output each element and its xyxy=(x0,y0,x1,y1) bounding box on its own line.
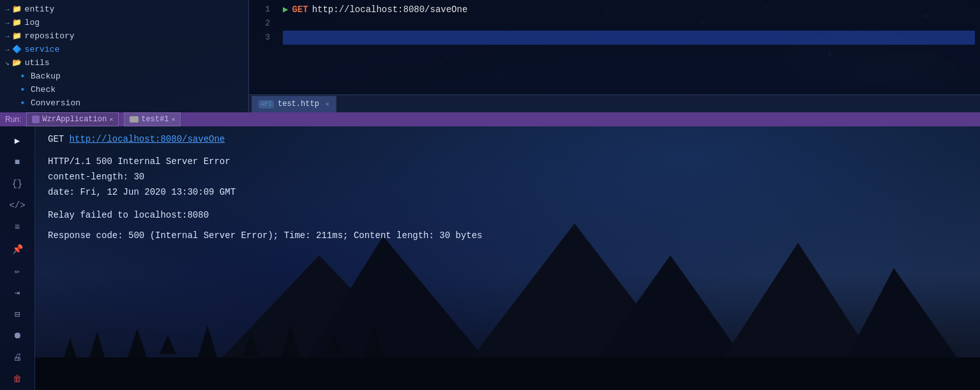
line-num-2: 2 xyxy=(249,17,270,31)
run-tab-wzr-application[interactable]: WzrApplication ✕ xyxy=(26,112,119,126)
editor-area: → 📁 entity → 📁 log → 📁 repository → 🔷 se… xyxy=(0,0,980,112)
line-num-1: 1 xyxy=(249,3,270,17)
toolbar-equals-button[interactable]: ⊟ xyxy=(7,305,27,323)
box-icon-backup: 🔹 xyxy=(18,71,27,81)
toolbar-record-button[interactable]: ⏺ xyxy=(7,327,27,345)
tree-label-conversion: Conversion xyxy=(31,98,80,108)
sidebar-tree: → 📁 entity → 📁 log → 📁 repository → 🔷 se… xyxy=(0,0,249,112)
arrow-repository: → xyxy=(5,33,10,40)
response-url-link[interactable]: http://localhost:8080/saveOne xyxy=(70,134,225,144)
response-headers: HTTP/1.1 500 Internal Server Error conte… xyxy=(48,154,967,200)
tree-item-repository[interactable]: → 📁 repository xyxy=(0,29,248,43)
tab-label-test-http: test.http xyxy=(278,100,319,109)
tree-item-check[interactable]: 🔹 Check xyxy=(0,83,248,96)
folder-icon-repository: 📁 xyxy=(12,31,22,41)
toolbar-code-button[interactable]: </> xyxy=(7,197,27,214)
toolbar-edit-button[interactable]: ✏ xyxy=(7,262,27,280)
tree-item-backup[interactable]: 🔹 Backup xyxy=(0,70,248,83)
editor-content: 1 2 3 ▶ GET http://localhost:8080/saveOn… xyxy=(249,0,980,94)
code-line-2 xyxy=(283,17,975,31)
toolbar-format-button[interactable]: {} xyxy=(7,175,27,193)
toolbar-print-button[interactable]: 🖨 xyxy=(7,349,27,366)
http-method-text: GET xyxy=(292,3,308,17)
run-panel-header: Run: WzrApplication ✕ test#1 ✕ xyxy=(0,112,980,126)
arrow-service: → xyxy=(5,46,10,54)
service-icon: 🔷 xyxy=(12,45,22,54)
box-icon-conversion: 🔹 xyxy=(18,98,27,108)
tree-label-check: Check xyxy=(31,85,56,94)
run-tab-label-test1: test#1 xyxy=(141,115,169,124)
tree-label-utils: utils xyxy=(25,58,50,68)
tree-label-service: service xyxy=(25,45,60,54)
folder-icon-entity: 📁 xyxy=(12,4,22,14)
tree-item-service[interactable]: → 🔷 service xyxy=(0,43,248,56)
tree-item-utils[interactable]: ↘ 📂 utils xyxy=(0,56,248,70)
toolbar-run-button[interactable]: ▶ xyxy=(7,131,27,149)
left-toolbar: ▶ ■ {} </> ≡ 📌 ✏ ⇥ ⊟ ⏺ 🖨 🗑 xyxy=(0,126,35,390)
code-line-1: ▶ GET http://localhost:8080/saveOne xyxy=(283,3,975,17)
tab-test-http[interactable]: API test.http ✕ xyxy=(252,96,336,112)
run-label: Run: xyxy=(5,115,21,124)
line-numbers: 1 2 3 xyxy=(249,3,278,92)
http-url-text: http://localhost:8080/saveOne xyxy=(312,3,468,17)
tree-label-log: log xyxy=(25,18,40,27)
toolbar-stop-button[interactable]: ■ xyxy=(7,153,27,171)
tab-close-test-http[interactable]: ✕ xyxy=(326,100,329,108)
box-icon-check: 🔹 xyxy=(18,85,27,94)
response-status-line: HTTP/1.1 500 Internal Server Error xyxy=(48,154,967,170)
toolbar-delete-button[interactable]: 🗑 xyxy=(7,370,27,388)
run-gutter-icon[interactable]: ▶ xyxy=(283,3,288,17)
toolbar-indent-button[interactable]: ⇥ xyxy=(7,283,27,301)
arrow-utils: ↘ xyxy=(5,59,10,67)
editor-pane: 1 2 3 ▶ GET http://localhost:8080/saveOn… xyxy=(249,0,980,112)
arrow-log: → xyxy=(5,19,10,27)
tree-item-conversion[interactable]: 🔹 Conversion xyxy=(0,96,248,110)
tree-label-backup: Backup xyxy=(31,71,61,81)
tree-item-log[interactable]: → 📁 log xyxy=(0,16,248,29)
response-request-line: GET http://localhost:8080/saveOne xyxy=(48,134,967,144)
response-method-text: GET xyxy=(48,134,70,144)
tree-item-entity[interactable]: → 📁 entity xyxy=(0,3,248,16)
editor-tab-bar: API test.http ✕ xyxy=(249,94,980,112)
response-error-message: Relay failed to localhost:8080 xyxy=(48,210,967,220)
tab-api-icon: API xyxy=(259,100,274,109)
response-summary: Response code: 500 (Internal Server Erro… xyxy=(48,230,967,241)
run-tab-close-test1[interactable]: ✕ xyxy=(171,116,175,123)
response-header-date: date: Fri, 12 Jun 2020 13:30:09 GMT xyxy=(48,185,967,200)
app-container: → 📁 entity → 📁 log → 📁 repository → 🔷 se… xyxy=(0,0,980,390)
response-panel: ▶ ■ {} </> ≡ 📌 ✏ ⇥ ⊟ ⏺ 🖨 🗑 GET http://lo… xyxy=(0,126,980,390)
response-content: GET http://localhost:8080/saveOne HTTP/1… xyxy=(35,126,980,390)
tree-label-entity: entity xyxy=(25,4,55,14)
code-line-3-selected xyxy=(283,31,975,45)
folder-icon-utils: 📂 xyxy=(12,58,22,68)
run-tab-close-wzr[interactable]: ✕ xyxy=(109,116,113,123)
line-num-3: 3 xyxy=(249,31,270,45)
toolbar-list-button[interactable]: ≡ xyxy=(7,218,27,236)
toolbar-pin-button[interactable]: 📌 xyxy=(7,240,27,258)
wzr-app-icon xyxy=(32,116,40,123)
tree-label-repository: repository xyxy=(25,31,75,41)
run-tab-test1[interactable]: test#1 ✕ xyxy=(124,112,181,126)
run-tab-label-wzr: WzrApplication xyxy=(42,115,107,124)
arrow-entity: → xyxy=(5,6,10,13)
response-header-content-length: content-length: 30 xyxy=(48,170,967,185)
code-area[interactable]: ▶ GET http://localhost:8080/saveOne xyxy=(278,3,980,92)
test1-icon xyxy=(130,116,139,123)
folder-icon-log: 📁 xyxy=(12,18,22,27)
